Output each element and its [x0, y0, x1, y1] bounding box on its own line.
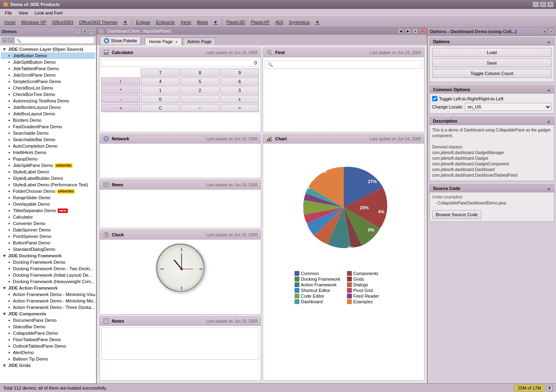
- theme-synthetica[interactable]: Synthetica: [286, 19, 312, 25]
- load-button[interactable]: Load: [432, 48, 552, 57]
- garbage-collect-button[interactable]: 🗑: [546, 385, 553, 391]
- tree-item-intellihints[interactable]: ▪ IntelliHints Demo: [1, 149, 95, 156]
- theme-dropdown3[interactable]: ▼: [313, 19, 322, 25]
- theme-dropdown2[interactable]: ▼: [211, 19, 220, 25]
- right-panel-close-btn[interactable]: ×: [548, 29, 554, 34]
- tree-group-common-layer[interactable]: ▼ JIDE Common Layer (Open Source): [1, 46, 95, 52]
- tab-home-page[interactable]: Home Page ×: [145, 38, 182, 45]
- menu-view[interactable]: View: [15, 10, 31, 16]
- tree-item-statusbar[interactable]: ▪ StatusBar Demo: [1, 323, 95, 330]
- tree-item-styledlabelbuilder[interactable]: ▪ StyledLabelBuilder Demo: [1, 175, 95, 181]
- tree-item-pointspinner[interactable]: ▪ PointSpinner Demo: [1, 233, 95, 240]
- toggle-column-count-button[interactable]: Toggle Column Count: [432, 69, 552, 78]
- save-button[interactable]: Save: [432, 58, 552, 67]
- show-palette-button[interactable]: Show Palette: [100, 36, 141, 45]
- calc-1[interactable]: 1: [141, 86, 180, 94]
- theme-office2003[interactable]: Office2003: [50, 19, 76, 25]
- calc-clear[interactable]: C: [141, 104, 180, 112]
- tree-item-overlayable[interactable]: ▪ Overlayable Demo: [1, 201, 95, 207]
- browse-source-button[interactable]: Browse Source Code: [432, 210, 481, 219]
- tree-item-docking3[interactable]: ▪ Docking Framework (Initial Layout) De.…: [1, 272, 95, 278]
- tree-item-jidesplitpane[interactable]: ▪ JideSplitPane Demo UPDATED: [1, 162, 95, 169]
- tree-item-buttonpanel[interactable]: ▪ ButtonPanel Demo: [1, 240, 95, 246]
- common-options-section-header[interactable]: Common Options ▲: [430, 86, 554, 94]
- tree-item-searchable[interactable]: ▪ Searchable Demo: [1, 130, 95, 136]
- tab-home-close[interactable]: ×: [176, 40, 178, 44]
- menu-file[interactable]: File: [2, 10, 15, 16]
- calc-plusminus[interactable]: ±: [220, 95, 259, 103]
- tree-item-autocompletion[interactable]: ▪ AutoCompletion Demo: [1, 143, 95, 149]
- tree-item-jidetabbedpane[interactable]: ▪ JideTabbedPane Demo: [1, 65, 95, 72]
- window-next-btn[interactable]: ▶: [405, 28, 411, 34]
- calc-9[interactable]: 9: [220, 69, 259, 77]
- tree-group-grids[interactable]: ▼ JIDE Grids: [1, 362, 95, 369]
- notes-textarea[interactable]: [101, 327, 259, 360]
- tree-item-balloontip[interactable]: ▪ Balloon Tip Demo: [1, 356, 95, 362]
- tree-group-action[interactable]: ▼ JIDE Action Framework: [1, 285, 95, 291]
- tree-item-jideborderlayout[interactable]: ▪ JideBorderLayout Demo: [1, 104, 95, 111]
- tree-item-popup[interactable]: ▪ PopupDemo: [1, 156, 95, 162]
- theme-plastic3d[interactable]: Plastic3D: [224, 19, 247, 25]
- calc-8[interactable]: 8: [181, 69, 219, 77]
- toggle-ltr-checkbox[interactable]: [432, 96, 437, 101]
- calc-7[interactable]: 7: [141, 69, 180, 77]
- locale-select[interactable]: en_US: [465, 103, 552, 111]
- theme-metal[interactable]: Metal: [194, 19, 210, 25]
- tree-group-docking[interactable]: ▼ JIDE Docking Framework: [1, 252, 95, 259]
- calc-equals[interactable]: =: [220, 104, 259, 112]
- calc-sub[interactable]: -: [101, 95, 140, 103]
- tree-item-action1[interactable]: ▪ Action Framework Demo - Mimicking Visu…: [1, 291, 95, 298]
- tree-item-titledseparator[interactable]: ▪ TitledSeparator Demo NEW: [1, 207, 95, 214]
- tree-item-autoresizing[interactable]: ▪ Autoresizing TextArea Demo: [1, 98, 95, 104]
- tree-item-jidebutton[interactable]: ▪ JideButton Demo: [1, 52, 95, 59]
- left-panel-close-btn[interactable]: ×: [88, 29, 94, 34]
- window-prev-btn[interactable]: ◀: [398, 28, 403, 34]
- tree-container[interactable]: ▼ JIDE Common Layer (Open Source) ▪ Jide…: [0, 45, 96, 383]
- theme-a03[interactable]: A03: [273, 19, 286, 25]
- tree-item-simplescrollpane[interactable]: ▪ SimpleScrollPane Demo: [1, 78, 95, 85]
- window-menu-btn[interactable]: ≡: [412, 28, 418, 34]
- calc-add[interactable]: +: [101, 104, 140, 112]
- calc-dot[interactable]: .: [181, 95, 219, 103]
- tree-item-datespinner[interactable]: ▪ DateSpinner Demo: [1, 227, 95, 233]
- tree-item-action3[interactable]: ▪ Action Framework Demo - Three Docka...: [1, 304, 95, 311]
- tree-item-styledlabel[interactable]: ▪ StyledLabel Demo: [1, 169, 95, 175]
- theme-eclipse[interactable]: Eclipse: [134, 19, 153, 25]
- calc-2[interactable]: 2: [181, 86, 219, 94]
- theme-dropdown1[interactable]: ▼: [121, 19, 130, 25]
- tree-item-calculator[interactable]: ▪ Calculator: [1, 214, 95, 220]
- calc-5[interactable]: 5: [181, 77, 219, 85]
- maximize-button[interactable]: □: [540, 2, 546, 7]
- tree-item-alert[interactable]: ▪ AlertDemo: [1, 349, 95, 356]
- theme-winxp[interactable]: Windows XP: [19, 19, 48, 25]
- tree-item-checkboxlist[interactable]: ▪ CheckBoxList Demo: [1, 85, 95, 91]
- calc-mul[interactable]: *: [101, 86, 140, 94]
- tree-item-jideboxlayout[interactable]: ▪ JideBoxLayout Demo: [1, 111, 95, 117]
- left-panel-float-btn[interactable]: ⎗: [82, 29, 88, 34]
- theme-eclipse3x[interactable]: Eclipse3x: [153, 19, 177, 25]
- tab-admin-page[interactable]: Admin Page: [183, 38, 216, 45]
- theme-office2003themes[interactable]: Office2003 Themes: [77, 19, 120, 25]
- tree-item-converter[interactable]: ▪ Converter Demo: [1, 220, 95, 227]
- tree-item-folderchooser[interactable]: ▪ FolderChooser Demo UPDATED: [1, 188, 95, 194]
- calc-div[interactable]: /: [101, 77, 140, 85]
- tree-item-jidesplitbutton[interactable]: ▪ JideSplitButton Demo: [1, 59, 95, 65]
- tree-item-docking2[interactable]: ▪ Docking Framework Demo - Two Docki...: [1, 265, 95, 272]
- tree-item-docking1[interactable]: ▪ Docking Framework Demo: [1, 259, 95, 265]
- tree-item-standarddialog[interactable]: ▪ StandardDialogDemo: [1, 246, 95, 252]
- calc-6[interactable]: 6: [220, 77, 259, 85]
- tree-item-styledlabel-perf[interactable]: ▪ StyledLabel Demo (Performance Test): [1, 181, 95, 188]
- menu-look-feel[interactable]: Look and Feel: [31, 10, 66, 16]
- tree-group-components[interactable]: ▼ JIDE Components: [1, 311, 95, 317]
- calc-4[interactable]: 4: [141, 77, 180, 85]
- tree-search-input[interactable]: [15, 37, 94, 44]
- close-button[interactable]: ×: [547, 2, 554, 7]
- tree-item-outlooktabbedpane[interactable]: ▪ OutlookTabbedPane Demo: [1, 343, 95, 349]
- right-panel-float-btn[interactable]: ⎗: [542, 29, 548, 34]
- tree-item-floortabbedpane[interactable]: ▪ FloorTabbedPane Demo: [1, 336, 95, 343]
- tree-item-documentpane[interactable]: ▪ DocumentPane Demo: [1, 317, 95, 323]
- tree-sort-btn[interactable]: ↓: [8, 38, 14, 43]
- tree-item-borders[interactable]: ▪ Borders Demo: [1, 117, 95, 123]
- find-input[interactable]: [265, 60, 422, 69]
- tree-item-fastgradient[interactable]: ▪ FastGradientPane Demo: [1, 123, 95, 130]
